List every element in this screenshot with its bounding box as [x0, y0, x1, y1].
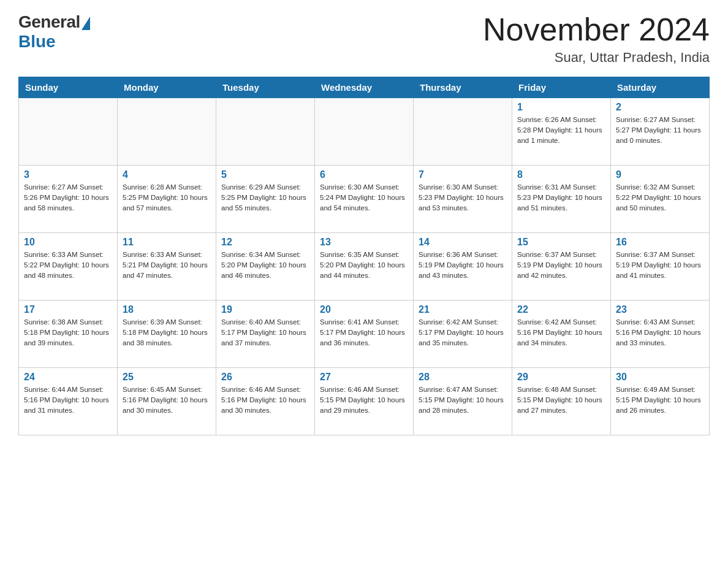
day-info: Sunrise: 6:49 AM Sunset: 5:15 PM Dayligh… [616, 385, 704, 415]
calendar-day-cell [216, 98, 315, 166]
logo-general-text: General [18, 12, 80, 32]
calendar-week-row: 10Sunrise: 6:33 AM Sunset: 5:22 PM Dayli… [19, 233, 710, 301]
day-info: Sunrise: 6:31 AM Sunset: 5:23 PM Dayligh… [517, 182, 605, 213]
calendar-day-cell: 14Sunrise: 6:36 AM Sunset: 5:19 PM Dayli… [414, 233, 512, 301]
calendar-week-row: 3Sunrise: 6:27 AM Sunset: 5:26 PM Daylig… [19, 166, 710, 233]
day-info: Sunrise: 6:46 AM Sunset: 5:16 PM Dayligh… [221, 385, 309, 415]
day-number: 7 [419, 169, 507, 180]
day-of-week-header: Tuesday [216, 77, 315, 98]
calendar-day-cell: 24Sunrise: 6:44 AM Sunset: 5:16 PM Dayli… [19, 368, 118, 435]
day-number: 25 [123, 372, 211, 383]
day-number: 21 [419, 304, 507, 315]
day-of-week-header: Wednesday [315, 77, 414, 98]
calendar-day-cell: 22Sunrise: 6:42 AM Sunset: 5:16 PM Dayli… [512, 301, 611, 368]
day-number: 22 [517, 304, 605, 315]
day-number: 3 [24, 169, 112, 180]
day-info: Sunrise: 6:48 AM Sunset: 5:15 PM Dayligh… [517, 385, 605, 415]
day-info: Sunrise: 6:29 AM Sunset: 5:25 PM Dayligh… [221, 182, 309, 213]
day-number: 8 [517, 169, 605, 180]
calendar-day-cell: 16Sunrise: 6:37 AM Sunset: 5:19 PM Dayli… [611, 233, 710, 301]
day-info: Sunrise: 6:33 AM Sunset: 5:22 PM Dayligh… [24, 250, 112, 280]
day-info: Sunrise: 6:37 AM Sunset: 5:19 PM Dayligh… [616, 250, 704, 280]
day-info: Sunrise: 6:46 AM Sunset: 5:15 PM Dayligh… [320, 385, 408, 415]
day-number: 12 [221, 237, 309, 248]
calendar-day-cell: 26Sunrise: 6:46 AM Sunset: 5:16 PM Dayli… [216, 368, 315, 435]
day-number: 15 [517, 237, 605, 248]
day-number: 27 [320, 372, 408, 383]
day-info: Sunrise: 6:44 AM Sunset: 5:16 PM Dayligh… [24, 385, 112, 415]
calendar-day-cell: 21Sunrise: 6:42 AM Sunset: 5:17 PM Dayli… [414, 301, 512, 368]
day-info: Sunrise: 6:26 AM Sunset: 5:28 PM Dayligh… [517, 115, 605, 145]
day-info: Sunrise: 6:42 AM Sunset: 5:17 PM Dayligh… [419, 317, 507, 348]
day-info: Sunrise: 6:45 AM Sunset: 5:16 PM Dayligh… [123, 385, 211, 415]
day-info: Sunrise: 6:41 AM Sunset: 5:17 PM Dayligh… [320, 317, 408, 348]
day-number: 19 [221, 304, 309, 315]
calendar-day-cell [118, 98, 216, 166]
calendar-day-cell: 18Sunrise: 6:39 AM Sunset: 5:18 PM Dayli… [118, 301, 216, 368]
day-info: Sunrise: 6:33 AM Sunset: 5:21 PM Dayligh… [123, 250, 211, 280]
day-number: 26 [221, 372, 309, 383]
calendar-day-cell: 1Sunrise: 6:26 AM Sunset: 5:28 PM Daylig… [512, 98, 611, 166]
day-of-week-header: Saturday [611, 77, 710, 98]
location-subtitle: Suar, Uttar Pradesh, India [483, 50, 710, 66]
day-info: Sunrise: 6:32 AM Sunset: 5:22 PM Dayligh… [616, 182, 704, 213]
calendar-header-row: SundayMondayTuesdayWednesdayThursdayFrid… [19, 77, 710, 98]
day-number: 2 [616, 102, 704, 113]
calendar-week-row: 17Sunrise: 6:38 AM Sunset: 5:18 PM Dayli… [19, 301, 710, 368]
day-info: Sunrise: 6:40 AM Sunset: 5:17 PM Dayligh… [221, 317, 309, 348]
calendar-day-cell: 10Sunrise: 6:33 AM Sunset: 5:22 PM Dayli… [19, 233, 118, 301]
calendar-table: SundayMondayTuesdayWednesdayThursdayFrid… [18, 77, 710, 435]
title-block: November 2024 Suar, Uttar Pradesh, India [483, 12, 710, 66]
day-of-week-header: Sunday [19, 77, 118, 98]
calendar-day-cell: 27Sunrise: 6:46 AM Sunset: 5:15 PM Dayli… [315, 368, 414, 435]
logo-triangle-icon [82, 17, 90, 30]
calendar-day-cell: 17Sunrise: 6:38 AM Sunset: 5:18 PM Dayli… [19, 301, 118, 368]
logo: General Blue [18, 12, 90, 52]
day-number: 1 [517, 102, 605, 113]
day-number: 5 [221, 169, 309, 180]
day-number: 16 [616, 237, 704, 248]
day-number: 28 [419, 372, 507, 383]
month-title: November 2024 [483, 12, 710, 47]
day-number: 17 [24, 304, 112, 315]
calendar-day-cell: 3Sunrise: 6:27 AM Sunset: 5:26 PM Daylig… [19, 166, 118, 233]
day-info: Sunrise: 6:47 AM Sunset: 5:15 PM Dayligh… [419, 385, 507, 415]
day-number: 18 [123, 304, 211, 315]
calendar-day-cell: 20Sunrise: 6:41 AM Sunset: 5:17 PM Dayli… [315, 301, 414, 368]
calendar-day-cell: 9Sunrise: 6:32 AM Sunset: 5:22 PM Daylig… [611, 166, 710, 233]
day-info: Sunrise: 6:30 AM Sunset: 5:23 PM Dayligh… [419, 182, 507, 213]
day-info: Sunrise: 6:27 AM Sunset: 5:27 PM Dayligh… [616, 115, 704, 145]
day-info: Sunrise: 6:43 AM Sunset: 5:16 PM Dayligh… [616, 317, 704, 348]
day-number: 11 [123, 237, 211, 248]
day-info: Sunrise: 6:34 AM Sunset: 5:20 PM Dayligh… [221, 250, 309, 280]
calendar-day-cell: 15Sunrise: 6:37 AM Sunset: 5:19 PM Dayli… [512, 233, 611, 301]
day-of-week-header: Thursday [414, 77, 512, 98]
day-info: Sunrise: 6:38 AM Sunset: 5:18 PM Dayligh… [24, 317, 112, 348]
calendar-day-cell: 7Sunrise: 6:30 AM Sunset: 5:23 PM Daylig… [414, 166, 512, 233]
day-of-week-header: Friday [512, 77, 611, 98]
day-number: 23 [616, 304, 704, 315]
calendar-week-row: 1Sunrise: 6:26 AM Sunset: 5:28 PM Daylig… [19, 98, 710, 166]
day-info: Sunrise: 6:28 AM Sunset: 5:25 PM Dayligh… [123, 182, 211, 213]
calendar-day-cell: 23Sunrise: 6:43 AM Sunset: 5:16 PM Dayli… [611, 301, 710, 368]
day-number: 6 [320, 169, 408, 180]
calendar-day-cell: 28Sunrise: 6:47 AM Sunset: 5:15 PM Dayli… [414, 368, 512, 435]
day-number: 10 [24, 237, 112, 248]
calendar-day-cell: 2Sunrise: 6:27 AM Sunset: 5:27 PM Daylig… [611, 98, 710, 166]
day-number: 9 [616, 169, 704, 180]
calendar-day-cell: 30Sunrise: 6:49 AM Sunset: 5:15 PM Dayli… [611, 368, 710, 435]
calendar-day-cell: 19Sunrise: 6:40 AM Sunset: 5:17 PM Dayli… [216, 301, 315, 368]
day-number: 20 [320, 304, 408, 315]
day-info: Sunrise: 6:27 AM Sunset: 5:26 PM Dayligh… [24, 182, 112, 213]
day-number: 14 [419, 237, 507, 248]
day-info: Sunrise: 6:36 AM Sunset: 5:19 PM Dayligh… [419, 250, 507, 280]
calendar-day-cell: 4Sunrise: 6:28 AM Sunset: 5:25 PM Daylig… [118, 166, 216, 233]
calendar-day-cell [414, 98, 512, 166]
day-info: Sunrise: 6:30 AM Sunset: 5:24 PM Dayligh… [320, 182, 408, 213]
day-info: Sunrise: 6:37 AM Sunset: 5:19 PM Dayligh… [517, 250, 605, 280]
day-info: Sunrise: 6:35 AM Sunset: 5:20 PM Dayligh… [320, 250, 408, 280]
calendar-day-cell: 6Sunrise: 6:30 AM Sunset: 5:24 PM Daylig… [315, 166, 414, 233]
day-of-week-header: Monday [118, 77, 216, 98]
day-number: 13 [320, 237, 408, 248]
page-header: General Blue November 2024 Suar, Uttar P… [18, 12, 710, 66]
